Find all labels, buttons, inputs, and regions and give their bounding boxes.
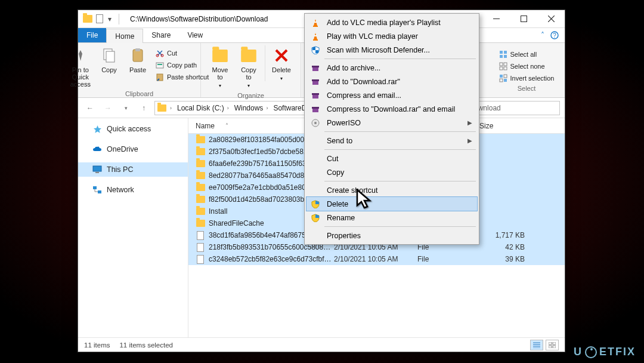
breadcrumb-item: Local Disk (C:)› bbox=[175, 104, 231, 112]
move-to-button[interactable]: Move to▾ bbox=[208, 45, 233, 91]
folder-icon bbox=[196, 147, 205, 156]
svg-point-49 bbox=[314, 122, 317, 124]
ctx-send-to[interactable]: Send to ▶ bbox=[306, 134, 477, 147]
minimize-button[interactable] bbox=[482, 10, 510, 28]
copy-path-icon bbox=[156, 61, 164, 69]
vlc-icon bbox=[310, 31, 321, 42]
winrar-icon bbox=[310, 63, 321, 73]
defender-icon bbox=[310, 45, 321, 56]
svg-rect-31 bbox=[553, 342, 556, 344]
details-view-button[interactable] bbox=[530, 340, 543, 350]
network-icon bbox=[92, 185, 102, 195]
maximize-button[interactable] bbox=[510, 10, 537, 28]
tab-view[interactable]: View bbox=[179, 28, 211, 42]
svg-rect-10 bbox=[156, 63, 163, 68]
svg-rect-35 bbox=[314, 21, 317, 23]
watermark: UETFIX bbox=[574, 346, 636, 358]
ctx-properties[interactable]: Properties bbox=[306, 229, 477, 242]
invert-selection-icon bbox=[499, 74, 507, 82]
ribbon-collapse-icon[interactable]: ˄ bbox=[541, 31, 544, 39]
svg-rect-19 bbox=[500, 67, 503, 70]
folder-icon bbox=[196, 171, 205, 180]
ctx-vlc-add[interactable]: Add to VLC media player's Playlist bbox=[306, 16, 477, 29]
icons-view-button[interactable] bbox=[546, 340, 559, 350]
svg-rect-37 bbox=[314, 35, 317, 36]
folder-icon bbox=[196, 136, 205, 144]
svg-rect-39 bbox=[315, 50, 318, 53]
close-button[interactable] bbox=[537, 10, 565, 28]
select-none-icon bbox=[499, 62, 507, 70]
svg-rect-22 bbox=[504, 75, 507, 78]
winrar-icon bbox=[310, 104, 321, 115]
svg-rect-18 bbox=[504, 63, 507, 66]
svg-rect-45 bbox=[312, 93, 319, 95]
ctx-defender[interactable]: Scan with Microsoft Defender... bbox=[306, 43, 477, 57]
svg-rect-13 bbox=[500, 51, 503, 54]
svg-rect-43 bbox=[312, 79, 319, 81]
qat-dropdown-icon[interactable]: ▾ bbox=[107, 16, 113, 22]
ctx-compress-email[interactable]: Compress and email... bbox=[306, 88, 477, 102]
svg-rect-38 bbox=[312, 47, 315, 50]
ctx-add-download-rar[interactable]: Add to "Download.rar" bbox=[306, 75, 477, 88]
folder-icon bbox=[196, 219, 205, 227]
poweriso-icon bbox=[310, 118, 321, 128]
file-icon bbox=[196, 243, 205, 251]
pin-quick-access-button[interactable]: Pin to Quick access bbox=[68, 45, 93, 89]
column-size[interactable]: Size bbox=[479, 122, 565, 130]
copy-button[interactable]: Copy bbox=[97, 45, 122, 75]
ctx-create-shortcut[interactable]: Create shortcut bbox=[306, 183, 477, 197]
document-icon bbox=[96, 14, 103, 23]
monitor-icon bbox=[92, 165, 102, 174]
scissors-icon bbox=[156, 49, 164, 57]
svg-rect-21 bbox=[500, 75, 503, 78]
svg-rect-27 bbox=[95, 172, 99, 173]
svg-rect-36 bbox=[313, 39, 318, 41]
tab-home[interactable]: Home bbox=[106, 29, 143, 43]
select-all-button[interactable]: Select all bbox=[497, 49, 556, 60]
invert-selection-button[interactable]: Invert selection bbox=[497, 73, 556, 84]
sidebar-item-this-pc[interactable]: This PC bbox=[78, 162, 188, 177]
sidebar-item-quick-access[interactable]: Quick access bbox=[78, 122, 188, 136]
svg-rect-41 bbox=[312, 66, 319, 67]
select-none-button[interactable]: Select none bbox=[497, 61, 556, 72]
svg-rect-32 bbox=[549, 346, 552, 348]
svg-rect-24 bbox=[504, 79, 507, 82]
ctx-vlc-play[interactable]: Play with VLC media player bbox=[306, 29, 477, 43]
vlc-icon bbox=[310, 17, 321, 28]
ctx-poweriso[interactable]: PowerISO ▶ bbox=[306, 116, 477, 130]
forward-button[interactable]: → bbox=[101, 101, 115, 115]
file-row[interactable]: c3248eb572cb5f82e63ce9c6d73cfbf39b10...2… bbox=[188, 253, 565, 265]
context-menu: Add to VLC media player's Playlist Play … bbox=[304, 13, 479, 245]
ctx-add-archive[interactable]: Add to archive... bbox=[306, 61, 477, 75]
delete-button[interactable]: Delete▾ bbox=[269, 45, 294, 84]
file-icon bbox=[196, 231, 205, 239]
sidebar-item-network[interactable]: Network bbox=[78, 183, 188, 197]
folder-icon bbox=[196, 159, 205, 168]
ctx-copy[interactable]: Copy bbox=[306, 165, 477, 179]
submenu-arrow-icon: ▶ bbox=[467, 137, 472, 144]
help-icon[interactable]: ? bbox=[550, 31, 559, 39]
breadcrumb-item: Windows› bbox=[233, 104, 270, 112]
sidebar-item-onedrive[interactable]: OneDrive bbox=[78, 142, 188, 156]
svg-rect-17 bbox=[500, 63, 503, 66]
ctx-delete[interactable]: Delete bbox=[306, 197, 477, 211]
folder-icon bbox=[196, 183, 205, 192]
status-count: 11 items bbox=[84, 342, 110, 349]
tab-file[interactable]: File bbox=[78, 28, 106, 42]
folder-icon bbox=[196, 207, 205, 216]
svg-rect-14 bbox=[504, 51, 507, 54]
svg-rect-47 bbox=[312, 107, 319, 109]
svg-rect-15 bbox=[500, 55, 503, 58]
ctx-compress-download-email[interactable]: Compress to "Download.rar" and email bbox=[306, 102, 477, 116]
ctx-cut[interactable]: Cut bbox=[306, 152, 477, 165]
file-icon bbox=[196, 255, 205, 263]
copy-to-button[interactable]: Copy to▾ bbox=[236, 45, 261, 91]
select-group-label: Select bbox=[518, 84, 536, 92]
tab-share[interactable]: Share bbox=[143, 28, 179, 42]
recent-dropdown[interactable]: ▾ bbox=[119, 101, 133, 115]
svg-rect-29 bbox=[98, 190, 101, 193]
ctx-rename[interactable]: Rename bbox=[306, 211, 477, 224]
paste-button[interactable]: Paste bbox=[125, 45, 150, 75]
back-button[interactable]: ← bbox=[83, 101, 97, 115]
up-button[interactable]: ↑ bbox=[137, 101, 151, 115]
